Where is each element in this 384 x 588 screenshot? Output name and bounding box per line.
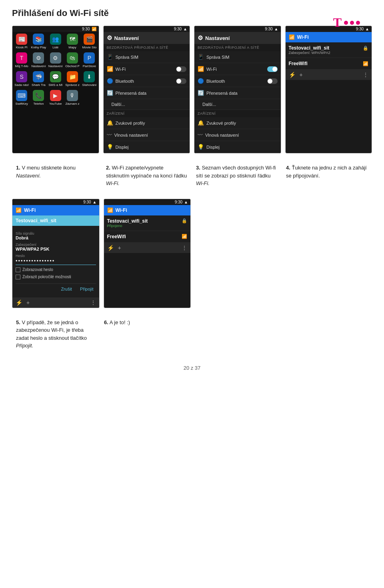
app-icon-zaznam: 🎙 <box>67 90 78 101</box>
app-nastaveni2[interactable]: ⚙ Nastavení <box>48 52 63 68</box>
menu-sound-2[interactable]: 🔔 Zvukové profily <box>104 117 190 129</box>
wifi-network-free-6[interactable]: FreeWifi 📶 <box>104 231 191 243</box>
app-label-swiftkey: SwiftKey <box>16 102 28 106</box>
wifi-bottom-icon3-5[interactable]: ⋮ <box>90 299 96 306</box>
signal-2: ▲ <box>183 27 187 31</box>
app-movie[interactable]: 🎬 Movie Sto <box>82 34 97 49</box>
wave-icon-2: 〰 <box>107 132 112 138</box>
app-mapy[interactable]: 🗺 Mapy <box>65 34 80 49</box>
cancel-button[interactable]: Zrušit <box>58 285 74 293</box>
menu-data-2[interactable]: 🔄 Přenesená data <box>104 87 190 99</box>
app-label-knihy: Knihy Play <box>31 46 46 49</box>
app-icon-lide: 👥 <box>50 34 61 45</box>
wifi-title-4: Wi-Fi <box>297 34 309 40</box>
menu-wifi-3[interactable]: 📶 Wi-Fi <box>194 63 281 75</box>
menu-display-2[interactable]: 💡 Displej <box>104 141 190 153</box>
step-5-text: V případě, že se jedná o zabezpečenou Wi… <box>16 319 87 349</box>
wifi-network-secured-4[interactable]: Testovaci_wifi_sit 🔒 Zabezpečení: WPA/WP… <box>286 42 372 58</box>
screenshot-1-home: 9:30 📶 📰 Kiosk Pl 📚 Knihy Play 👥 Lidé <box>12 26 99 153</box>
app-telefon[interactable]: 📞 Telefon <box>31 90 46 106</box>
time-2: 9:30 <box>174 27 182 31</box>
sim-icon-3: 📱 <box>198 54 204 60</box>
wifi-network-free-4[interactable]: FreeWifi 📶 <box>286 58 372 70</box>
app-pari[interactable]: P PariStore <box>82 52 97 68</box>
bt-toggle-2[interactable] <box>176 78 186 84</box>
app-grid-row3: S Sada nás! 🦈 Shark Tra 💬 SMS a MI 📁 Spr… <box>12 70 99 88</box>
menu-data-3[interactable]: 🔄 Přenesená data <box>194 87 281 99</box>
app-knihy[interactable]: 📚 Knihy Play <box>31 34 46 49</box>
app-icon-youtube: ▶ <box>50 90 61 101</box>
step-4-text: Ťuknete na jednu z nich a zahájí se přip… <box>286 165 367 179</box>
sim-label-2: Správa SIM <box>116 55 138 60</box>
wifi-detail-header-5: Testovaci_wifi_sit <box>12 215 99 226</box>
wifi-header-6: 📶 Wi-Fi <box>104 205 191 215</box>
connect-button[interactable]: Připojit <box>78 285 96 293</box>
app-stahovani[interactable]: ⬇ Stahování <box>82 71 97 87</box>
menu-bt-3[interactable]: 🔵 Bluetooth <box>194 75 281 87</box>
wifi-net-name-6a: Testovaci_wifi_sit <box>107 218 148 224</box>
settings-title-3: Nastavení <box>205 35 230 41</box>
app-swiftkey[interactable]: ⌨ SwiftKey <box>14 90 29 106</box>
app-myt[interactable]: T Můj T-Mo <box>14 52 29 68</box>
app-obchod[interactable]: 🛍 Obchod P <box>65 52 80 68</box>
wifi-bottom-icon1-5[interactable]: ⚡ <box>16 299 22 306</box>
checkbox-advanced-icon[interactable] <box>16 275 20 279</box>
app-kiosk[interactable]: 📰 Kiosk Pl <box>14 34 29 49</box>
app-shark[interactable]: 🦈 Shark Tra <box>31 71 46 87</box>
app-label-nastaveni2: Nastavení <box>48 64 63 68</box>
app-label-sada: Sada nás! <box>14 83 29 87</box>
app-spravce[interactable]: 📁 Správce z <box>65 71 80 87</box>
wifi-bottom-icon1-6[interactable]: ⚡ <box>107 245 114 251</box>
wifi-btn-row-5: Zrušit Připojit <box>16 283 96 294</box>
app-sms[interactable]: 💬 SMS a MI <box>48 71 63 87</box>
app-zaznam[interactable]: 🎙 Záznam z <box>65 90 80 106</box>
bt-label-2: Bluetooth <box>116 79 134 84</box>
wifi-toggle-2[interactable] <box>176 66 186 72</box>
t-logo-letter: T <box>333 15 342 30</box>
menu-bt-2[interactable]: 🔵 Bluetooth <box>104 75 190 87</box>
wifi-bottom-icon1-4[interactable]: ⚡ <box>289 72 296 78</box>
wifi-signal-icon-4b: 📶 <box>363 61 368 66</box>
step-4-num: 4. <box>286 165 290 171</box>
wifi-bottom-icon2-4[interactable]: + <box>300 72 303 78</box>
wifi-bottom-icon2-5[interactable]: + <box>26 299 30 306</box>
app-lide[interactable]: 👥 Lidé <box>48 34 63 49</box>
wifi-toggle-3[interactable] <box>267 66 278 72</box>
step-5-cell: 5. V případě, že se jedná o zabezpečenou… <box>12 315 100 353</box>
menu-more-3[interactable]: Další... <box>194 99 281 110</box>
app-youtube[interactable]: ▶ YouTube <box>48 90 63 106</box>
sim-icon-2: 📱 <box>107 54 113 60</box>
wifi-bottom-icon3-6[interactable]: ⋮ <box>182 245 187 251</box>
app-icon-nastaveni2: ⚙ <box>50 52 61 64</box>
section-device-3: ZAŘÍZENÍ <box>194 110 281 117</box>
menu-wifi-2[interactable]: 📶 Wi-Fi <box>104 63 190 75</box>
menu-display-3[interactable]: 💡 Displej <box>194 141 281 153</box>
field-value-password[interactable]: ••••••••••••••• <box>16 258 96 265</box>
checkbox-show-icon[interactable] <box>16 267 20 272</box>
sound-icon-3: 🔔 <box>198 120 204 126</box>
wifi-bottom-icon2-6[interactable]: + <box>118 245 121 251</box>
app-grid-row1: 📰 Kiosk Pl 📚 Knihy Play 👥 Lidé 🗺 Mapy 🎬 <box>12 32 99 51</box>
signal-5: ▲ <box>93 200 97 204</box>
screenshot-5-wifi-password: 9:30 ▲ 📶 Wi-Fi Testovaci_wifi_sit Síla s… <box>12 199 100 308</box>
app-sada[interactable]: S Sada nás! <box>14 71 29 87</box>
menu-wave-3[interactable]: 〰 Vlnová nastavení <box>194 129 281 141</box>
wifi-network-connected-6[interactable]: Testovaci_wifi_sit 🔒 Připojeno <box>104 215 191 231</box>
checkbox-show-password[interactable]: Zobrazovat heslo <box>16 267 96 272</box>
menu-wave-2[interactable]: 〰 Vlnová nastavení <box>104 129 190 141</box>
menu-more-2[interactable]: Další... <box>104 99 190 110</box>
field-label-security: Zabezpečení <box>16 243 96 247</box>
data-label-3: Přenesená data <box>206 91 238 96</box>
menu-sound-3[interactable]: 🔔 Zvukové profily <box>194 117 281 129</box>
sound-label-3: Zvukové profily <box>206 121 236 126</box>
menu-sim-3[interactable]: 📱 Správa SIM <box>194 51 281 63</box>
checkbox-advanced[interactable]: Zobrazit pokročilé možnosti <box>16 275 96 279</box>
wifi-icon-header-5: 📶 <box>16 207 22 213</box>
bt-toggle-3[interactable] <box>267 78 278 84</box>
field-value-signal: Dobrá <box>16 235 96 240</box>
app-nastaveni1[interactable]: ⚙ Nastavení <box>31 52 46 68</box>
wave-label-3: Vlnová nastavení <box>205 133 239 138</box>
wifi-bottom-icon3-4[interactable]: ⋮ <box>363 72 368 78</box>
app-label-telefon: Telefon <box>34 102 44 106</box>
menu-sim-2[interactable]: 📱 Správa SIM <box>104 51 190 63</box>
